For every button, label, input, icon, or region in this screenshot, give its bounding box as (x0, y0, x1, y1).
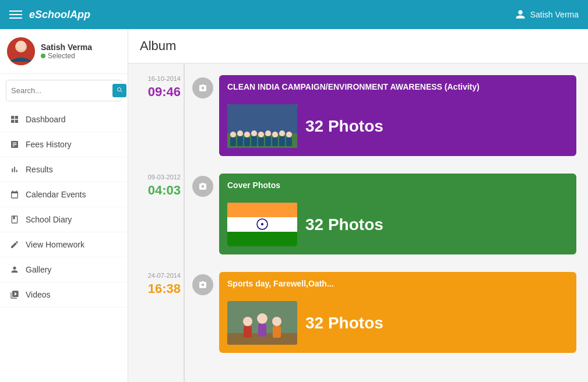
search-button[interactable] (112, 84, 126, 97)
search-icon (116, 86, 123, 93)
svg-point-7 (237, 130, 243, 136)
svg-rect-16 (237, 136, 243, 146)
svg-point-2 (16, 41, 26, 50)
svg-rect-22 (279, 136, 285, 146)
top-header: eSchoolApp Satish Verma (0, 0, 588, 29)
sidebar-item-results[interactable]: Results (0, 157, 128, 182)
camera-circle-2 (192, 176, 213, 197)
search-box (6, 80, 122, 101)
camera-icon-3 (198, 280, 207, 289)
profile-status: Selected (41, 52, 92, 60)
sidebar-label-gallery: Gallery (26, 265, 51, 274)
svg-point-9 (251, 130, 257, 136)
svg-rect-36 (273, 326, 281, 338)
svg-point-3 (13, 267, 16, 269)
profile-name: Satish Verma (41, 43, 92, 52)
album-card-2[interactable]: Cover Photos 32 Photo (219, 174, 576, 254)
videos-icon (9, 289, 20, 300)
timeline-time-2: 09-03-2012 04:03 (140, 174, 186, 198)
sidebar-item-homework[interactable]: View Homework (0, 232, 128, 257)
album-thumb-1 (227, 104, 297, 148)
album-card-1[interactable]: CLEAN INDIA CAMPAIGN/ENVIRONMENT AWARENE… (219, 75, 576, 156)
sidebar-item-school-diary[interactable]: School Diary (0, 207, 128, 232)
timeline-time-3: 24-07-2014 16:38 (140, 272, 186, 296)
svg-rect-15 (230, 137, 236, 146)
album-body-1: 32 Photos (219, 98, 576, 156)
sidebar-item-gallery[interactable]: Gallery (0, 257, 128, 282)
album-body-3: 32 Photos (219, 295, 576, 353)
album-title-2: Cover Photos (219, 174, 576, 197)
svg-point-31 (243, 317, 252, 326)
content-area: Album 16-10-2014 09:46 CLEAN INDIA CAMPA… (128, 29, 588, 382)
album-photos-2: 32 Photos (305, 215, 383, 234)
svg-rect-20 (265, 136, 271, 146)
header-user: Satish Verma (515, 9, 579, 20)
album-date-2: 09-03-2012 (140, 174, 181, 181)
sidebar-item-calendar[interactable]: Calendar Events (0, 182, 128, 207)
profile-info: Satish Verma Selected (41, 43, 92, 60)
content-header: Album (128, 29, 588, 63)
sidebar-profile: Satish Verma Selected (0, 29, 128, 74)
fees-icon (9, 139, 20, 150)
svg-rect-19 (258, 137, 264, 146)
status-text: Selected (48, 52, 75, 60)
homework-icon (9, 239, 20, 250)
album-thumb-3 (227, 301, 297, 345)
svg-point-28 (261, 223, 263, 225)
svg-point-12 (272, 132, 278, 137)
timeline-item-1: 16-10-2014 09:46 CLEAN INDIA CAMPAIGN/EN… (140, 75, 576, 156)
sidebar-label-homework: View Homework (26, 240, 84, 249)
album-time-1: 09:46 (140, 84, 181, 100)
svg-point-13 (279, 130, 285, 136)
sidebar-label-dashboard: Dashboard (26, 115, 66, 124)
sidebar-item-fees-history[interactable]: Fees History (0, 132, 128, 157)
svg-rect-23 (286, 137, 292, 146)
calendar-icon (9, 189, 20, 200)
status-dot (41, 54, 45, 58)
svg-rect-35 (258, 324, 266, 337)
sidebar-label-diary: School Diary (26, 215, 72, 224)
svg-rect-21 (272, 137, 278, 146)
svg-point-33 (272, 317, 281, 326)
svg-rect-26 (227, 232, 297, 246)
sidebar-item-dashboard[interactable]: Dashboard (0, 107, 128, 132)
album-body-2: 32 Photos (219, 197, 576, 254)
svg-rect-34 (244, 326, 252, 338)
user-icon (515, 9, 526, 20)
album-time-2: 04:03 (140, 183, 181, 198)
sidebar-label-calendar: Calendar Events (26, 190, 86, 199)
hamburger-menu[interactable] (9, 10, 22, 19)
svg-point-14 (286, 132, 292, 137)
sidebar-label-fees: Fees History (26, 140, 72, 149)
timeline-time-1: 16-10-2014 09:46 (140, 75, 186, 100)
album-time-3: 16:38 (140, 281, 181, 296)
avatar (7, 37, 35, 65)
sidebar-label-videos: Videos (26, 290, 51, 299)
svg-point-32 (257, 313, 267, 324)
camera-icon-2 (198, 182, 207, 191)
camera-circle-3 (192, 274, 213, 295)
results-icon (9, 164, 20, 175)
timeline-item-2: 09-03-2012 04:03 Cover Photos (140, 174, 576, 254)
page-title: Album (140, 38, 576, 54)
album-title-3: Sports day, Farewell,Oath... (219, 272, 576, 295)
svg-point-8 (244, 132, 250, 137)
sidebar-item-videos[interactable]: Videos (0, 282, 128, 307)
search-input[interactable] (11, 86, 109, 95)
dashboard-icon (9, 114, 20, 125)
svg-point-10 (258, 132, 264, 137)
album-thumb-2 (227, 203, 297, 246)
sidebar-label-results: Results (26, 165, 53, 174)
camera-circle-1 (192, 77, 213, 98)
album-date-3: 24-07-2014 (140, 272, 181, 279)
app-title: eSchoolApp (29, 9, 90, 21)
avatar-image (7, 37, 35, 65)
gallery-icon (9, 264, 20, 275)
header-left: eSchoolApp (9, 9, 90, 21)
svg-point-6 (230, 132, 236, 137)
svg-point-11 (265, 130, 271, 136)
timeline-item-3: 24-07-2014 16:38 Sports day, Farewell,Oa… (140, 272, 576, 353)
main-layout: Satish Verma Selected Dashboard (0, 29, 588, 382)
album-card-3[interactable]: Sports day, Farewell,Oath... (219, 272, 576, 353)
album-title-1: CLEAN INDIA CAMPAIGN/ENVIRONMENT AWARENE… (219, 75, 576, 98)
